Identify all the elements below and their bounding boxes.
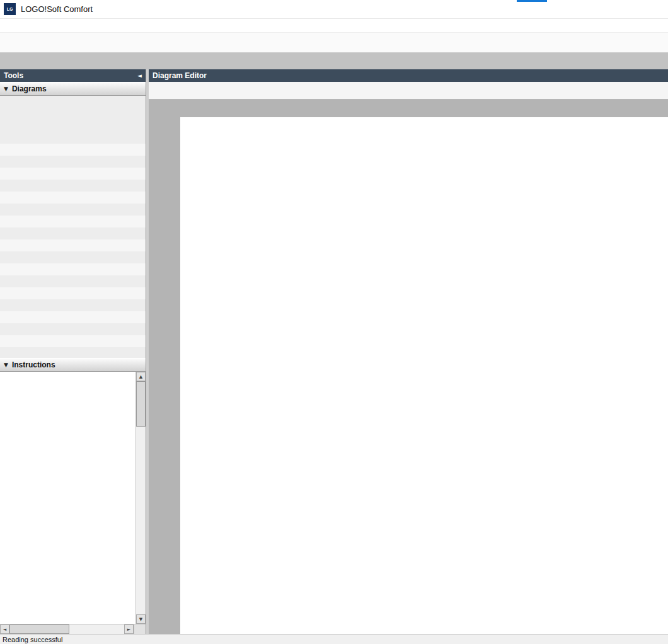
editor-title: Diagram Editor [153,71,207,80]
document-tabs [149,100,668,117]
scrollbar-track[interactable] [136,381,146,614]
canvas-area [149,117,668,634]
scroll-down-button[interactable]: ▼ [136,614,146,624]
tools-panel-title: Tools [4,71,23,80]
diagram-editor: Diagram Editor [149,69,668,634]
decorative-blue-strip [517,0,547,2]
chevron-down-icon: ▼ [4,362,8,368]
app-logo-icon: LG [4,3,16,15]
scroll-right-button[interactable]: ► [124,624,134,634]
app-window: LG LOGO!Soft Comfort Tools ◄ ▼ Diagrams … [0,0,668,644]
instructions-tree [0,372,135,624]
scrollbar-thumb[interactable] [136,381,146,427]
scroll-up-button[interactable]: ▲ [136,372,146,381]
scrollbar-corner [134,624,146,634]
instructions-tree-area: ▲ ▼ [0,372,146,624]
mode-tabs [0,53,668,69]
diagrams-section-header[interactable]: ▼ Diagrams [0,82,146,96]
tools-horizontal-scrollbar[interactable]: ◄ ► [0,624,146,634]
collapse-panel-button[interactable]: ◄ [137,72,142,79]
instructions-section-header[interactable]: ▼ Instructions [0,358,146,372]
scrollbar-track[interactable] [9,624,124,634]
menu-bar [0,19,668,33]
status-bar: Reading successful [0,634,668,644]
editor-header: Diagram Editor [149,69,668,82]
chevron-down-icon: ▼ [4,86,8,92]
diagram-list-empty-area [0,132,146,358]
tree-vertical-scrollbar[interactable]: ▲ ▼ [135,372,146,624]
title-bar: LG LOGO!Soft Comfort [0,0,668,19]
diagram-list [0,96,146,132]
diagrams-section-label: Diagrams [12,84,47,93]
window-title: LOGO!Soft Comfort [21,4,93,14]
scrollbar-thumb[interactable] [9,624,69,634]
status-text: Reading successful [3,636,62,643]
editor-toolbar [149,82,668,100]
tools-panel-header: Tools ◄ [0,69,146,82]
instructions-section-label: Instructions [12,360,55,369]
main-toolbar [0,33,668,53]
ladder-canvas[interactable] [180,117,668,634]
scroll-left-button[interactable]: ◄ [0,624,9,634]
tools-panel: Tools ◄ ▼ Diagrams ▼ Instructions ▲ ▼ ◄ [0,69,146,634]
